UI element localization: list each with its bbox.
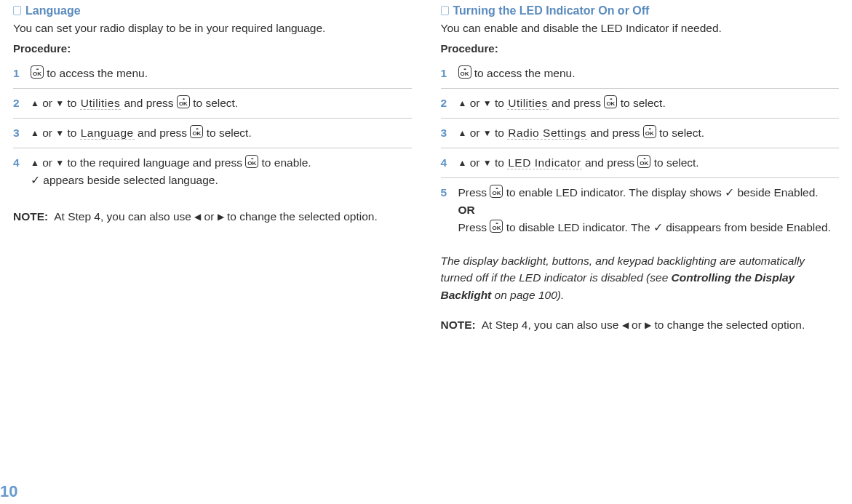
note-body: At Step 4, you can also use ◀ or ▶ to ch… bbox=[54, 208, 378, 225]
right-procedure-list: 1 ▪▪OK to access the menu. 2 ▲ or ▼ to U… bbox=[441, 59, 840, 242]
or-label: OR bbox=[458, 204, 475, 216]
down-arrow-icon: ▼ bbox=[483, 156, 492, 170]
left-section-title: Language bbox=[13, 4, 412, 17]
note-text: to change the selected option. bbox=[224, 210, 378, 223]
step-text: to disable LED indicator. The ✓ disappea… bbox=[503, 221, 830, 233]
step-number: 3 bbox=[13, 124, 31, 142]
step-text: or bbox=[39, 156, 55, 169]
right-title-text: Turning the LED Indicator On or Off bbox=[453, 4, 650, 17]
step-text: to select. bbox=[190, 97, 238, 109]
right-arrow-icon: ▶ bbox=[645, 319, 651, 332]
step-body: ▲ or ▼ to LED Indicator and press ▪▪OK t… bbox=[458, 154, 840, 172]
down-arrow-icon: ▼ bbox=[55, 97, 64, 111]
up-arrow-icon: ▲ bbox=[458, 127, 467, 140]
section-marker-icon bbox=[13, 6, 21, 15]
step-number: 2 bbox=[441, 95, 458, 112]
note-text: At Step 4, you can also use bbox=[54, 210, 194, 223]
right-step-1: 1 ▪▪OK to access the menu. bbox=[441, 59, 840, 89]
step-text: Press bbox=[458, 221, 490, 233]
step-text: to the required language and press bbox=[64, 156, 245, 169]
step-text: or bbox=[466, 97, 482, 109]
step-text: to select. bbox=[617, 97, 665, 109]
menu-item: Language bbox=[80, 127, 135, 140]
ok-button-icon: ▪▪OK bbox=[490, 220, 503, 233]
right-italic-note: The display backlight, buttons, and keyp… bbox=[441, 252, 840, 303]
up-arrow-icon: ▲ bbox=[31, 97, 39, 111]
step-text: and press bbox=[135, 127, 191, 139]
ok-button-icon: ▪▪OK bbox=[458, 65, 471, 79]
right-procedure-label: Procedure: bbox=[441, 42, 840, 55]
step-body: ▲ or ▼ to Utilities and press ▪▪OK to se… bbox=[458, 95, 840, 112]
menu-item: Utilities bbox=[80, 97, 121, 110]
up-arrow-icon: ▲ bbox=[458, 97, 467, 111]
down-arrow-icon: ▼ bbox=[483, 97, 492, 111]
ok-button-icon: ▪▪OK bbox=[490, 185, 503, 199]
left-procedure-list: 1 ▪▪OK to access the menu. 2 ▲ or ▼ to U… bbox=[13, 59, 412, 195]
down-arrow-icon: ▼ bbox=[55, 127, 64, 140]
ok-button-icon: ▪▪OK bbox=[245, 155, 258, 169]
left-step-2: 2 ▲ or ▼ to Utilities and press ▪▪OK to … bbox=[13, 89, 412, 119]
step-number: 4 bbox=[13, 154, 31, 189]
up-arrow-icon: ▲ bbox=[31, 127, 39, 140]
italic-text: on page 100). bbox=[491, 289, 564, 301]
ok-button-icon: ▪▪OK bbox=[637, 155, 650, 169]
step-number: 1 bbox=[13, 65, 31, 82]
menu-item: Utilities bbox=[507, 97, 548, 110]
left-note: NOTE: At Step 4, you can also use ◀ or ▶… bbox=[13, 208, 412, 225]
page-number: 10 bbox=[0, 482, 17, 501]
step-number: 1 bbox=[441, 65, 458, 82]
step-text: ✓ appears beside selected language. bbox=[31, 174, 218, 186]
note-text: or bbox=[201, 210, 217, 223]
left-step-1: 1 ▪▪OK to access the menu. bbox=[13, 59, 412, 89]
step-text: or bbox=[466, 127, 482, 139]
step-text: to select. bbox=[656, 127, 704, 139]
ok-button-icon: ▪▪OK bbox=[643, 125, 656, 139]
step-body: ▲ or ▼ to the required language and pres… bbox=[31, 154, 412, 189]
step-body: Press ▪▪OK to enable LED indicator. The … bbox=[458, 184, 840, 236]
right-step-5: 5 Press ▪▪OK to enable LED indicator. Th… bbox=[441, 178, 840, 242]
right-section-title: Turning the LED Indicator On or Off bbox=[441, 4, 840, 17]
right-note: NOTE: At Step 4, you can also use ◀ or ▶… bbox=[441, 316, 840, 333]
step-text: or bbox=[39, 97, 55, 109]
step-body: ▲ or ▼ to Utilities and press ▪▪OK to se… bbox=[31, 95, 412, 112]
left-arrow-icon: ◀ bbox=[622, 319, 629, 332]
right-column: Turning the LED Indicator On or Off You … bbox=[441, 4, 840, 333]
note-text: or bbox=[629, 319, 645, 331]
note-body: At Step 4, you can also use ◀ or ▶ to ch… bbox=[482, 316, 805, 333]
step-text: to enable. bbox=[258, 156, 311, 169]
right-arrow-icon: ▶ bbox=[218, 210, 224, 223]
left-lead: You can set your radio display to be in … bbox=[13, 22, 412, 35]
step-body: ▪▪OK to access the menu. bbox=[31, 65, 412, 82]
note-text: At Step 4, you can also use bbox=[482, 319, 622, 331]
step-text: to bbox=[64, 97, 80, 109]
right-step-3: 3 ▲ or ▼ to Radio Settings and press ▪▪O… bbox=[441, 119, 840, 148]
step-text: to bbox=[492, 127, 508, 139]
step-text: and press bbox=[587, 127, 643, 139]
left-step-3: 3 ▲ or ▼ to Language and press ▪▪OK to s… bbox=[13, 119, 412, 148]
note-label: NOTE: bbox=[441, 316, 476, 333]
left-step-4: 4 ▲ or ▼ to the required language and pr… bbox=[13, 148, 412, 195]
step-text: to enable LED indicator. The display sho… bbox=[503, 186, 818, 199]
right-step-4: 4 ▲ or ▼ to LED Indicator and press ▪▪OK… bbox=[441, 148, 840, 178]
step-text: to bbox=[492, 97, 508, 109]
step-body: ▪▪OK to access the menu. bbox=[458, 65, 840, 82]
step-text: to access the menu. bbox=[44, 67, 148, 79]
menu-item: LED Indicator bbox=[507, 156, 581, 169]
step-text: or bbox=[466, 156, 482, 169]
ok-button-icon: ▪▪OK bbox=[177, 95, 190, 109]
step-text: and press bbox=[549, 97, 605, 109]
left-arrow-icon: ◀ bbox=[194, 210, 201, 223]
step-number: 2 bbox=[13, 95, 31, 112]
section-marker-icon bbox=[441, 6, 449, 15]
ok-button-icon: ▪▪OK bbox=[190, 125, 203, 139]
step-body: ▲ or ▼ to Language and press ▪▪OK to sel… bbox=[31, 124, 412, 142]
step-number: 3 bbox=[441, 124, 458, 142]
step-text: or bbox=[39, 127, 55, 139]
down-arrow-icon: ▼ bbox=[483, 127, 492, 140]
ok-button-icon: ▪▪OK bbox=[604, 95, 617, 109]
note-text: to change the selected option. bbox=[651, 319, 805, 331]
menu-item: Radio Settings bbox=[507, 127, 587, 140]
step-text: to bbox=[492, 156, 508, 169]
up-arrow-icon: ▲ bbox=[31, 156, 39, 170]
step-text: to bbox=[64, 127, 80, 139]
